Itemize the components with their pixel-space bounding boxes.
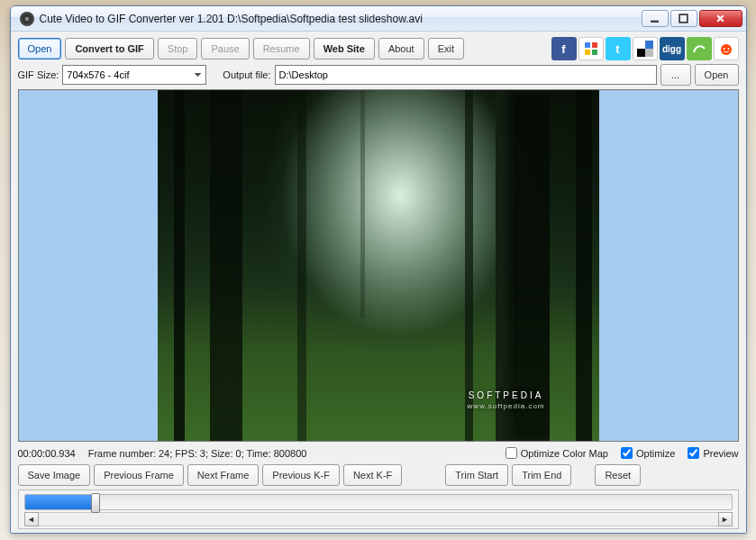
google-icon[interactable]: [578, 37, 604, 60]
titlebar: Cute Video to GIF Converter ver 1.201 D:…: [11, 6, 746, 32]
twitter-icon[interactable]: t: [606, 37, 631, 60]
pause-button[interactable]: Pause: [201, 38, 249, 59]
svg-rect-10: [637, 49, 645, 57]
watermark: SOFTPEDIA www.softpedia.com: [468, 390, 545, 410]
reddit-icon[interactable]: [714, 37, 739, 60]
gif-size-label: GIF Size:: [18, 69, 59, 80]
scroll-right-arrow[interactable]: ►: [718, 512, 733, 526]
scroll-left-arrow[interactable]: ◄: [24, 512, 39, 526]
open-output-button[interactable]: Open: [695, 64, 739, 86]
svg-point-1: [24, 16, 29, 21]
optimize-checkbox[interactable]: Optimize: [621, 447, 675, 459]
timeline-fill: [25, 495, 96, 509]
save-image-button[interactable]: Save Image: [18, 464, 91, 486]
trim-end-button[interactable]: Trim End: [512, 464, 571, 486]
about-button[interactable]: About: [378, 38, 424, 59]
facebook-icon[interactable]: f: [551, 37, 577, 60]
file-bar: GIF Size: 704x576 - 4cif Output file: ..…: [18, 64, 739, 86]
optimize-color-map-input[interactable]: [506, 447, 517, 459]
svg-rect-3: [679, 14, 688, 23]
scroll-track[interactable]: [39, 512, 718, 526]
svg-rect-4: [585, 42, 590, 48]
preview-area: SOFTPEDIA www.softpedia.com: [18, 89, 739, 442]
website-button[interactable]: Web Site: [314, 38, 375, 59]
open-button[interactable]: Open: [18, 38, 62, 59]
preview-input[interactable]: [688, 447, 699, 459]
svg-rect-9: [645, 41, 653, 49]
svg-rect-8: [637, 41, 645, 49]
previous-frame-button[interactable]: Previous Frame: [94, 464, 184, 486]
trim-start-button[interactable]: Trim Start: [445, 464, 508, 486]
window-controls: [642, 10, 742, 27]
svg-point-13: [723, 48, 724, 50]
svg-point-12: [721, 44, 732, 55]
browse-button[interactable]: ...: [660, 64, 691, 86]
frame-controls: Save Image Previous Frame Next Frame Pre…: [18, 464, 739, 486]
timeline-track[interactable]: [24, 494, 733, 510]
timecode: 00:00:00.934: [18, 448, 76, 459]
watermark-text: SOFTPEDIA: [469, 390, 544, 400]
exit-button[interactable]: Exit: [428, 38, 464, 59]
window-title: Cute Video to GIF Converter ver 1.201 D:…: [40, 13, 642, 25]
stumbleupon-icon[interactable]: [687, 37, 712, 60]
social-icons: f t digg: [551, 37, 739, 60]
resume-button[interactable]: Resume: [253, 38, 310, 59]
gif-size-select[interactable]: 704x576 - 4cif: [62, 65, 206, 85]
output-file-label: Output file:: [223, 69, 270, 80]
svg-rect-11: [645, 49, 653, 57]
timeline-area: ◄ ►: [18, 490, 739, 529]
frame-details: Frame number: 24; FPS: 3; Size: 0; Time:…: [88, 448, 307, 459]
app-icon: [20, 12, 34, 26]
minimize-button[interactable]: [642, 10, 669, 27]
convert-to-gif-button[interactable]: Convert to GIF: [65, 38, 153, 59]
close-button[interactable]: [699, 10, 742, 27]
optimize-input[interactable]: [621, 447, 633, 459]
svg-point-14: [727, 48, 729, 50]
digg-icon[interactable]: digg: [660, 37, 685, 60]
main-toolbar: Open Convert to GIF Stop Pause Resume We…: [18, 37, 739, 60]
preview-checkbox[interactable]: Preview: [688, 447, 738, 459]
delicious-icon[interactable]: [633, 37, 658, 60]
output-file-input[interactable]: [275, 65, 657, 85]
maximize-button[interactable]: [670, 10, 697, 27]
svg-rect-2: [651, 21, 659, 23]
optimize-color-map-checkbox[interactable]: Optimize Color Map: [506, 447, 608, 459]
svg-rect-6: [585, 50, 590, 55]
status-row: 00:00:00.934 Frame number: 24; FPS: 3; S…: [18, 445, 739, 461]
client-area: Open Convert to GIF Stop Pause Resume We…: [11, 32, 746, 533]
previous-keyframe-button[interactable]: Previous K-F: [262, 464, 340, 486]
next-frame-button[interactable]: Next Frame: [187, 464, 259, 486]
timeline-thumb[interactable]: [91, 493, 100, 513]
svg-rect-7: [592, 50, 597, 55]
reset-button[interactable]: Reset: [595, 464, 641, 486]
app-window: Cute Video to GIF Converter ver 1.201 D:…: [10, 5, 747, 534]
stop-button[interactable]: Stop: [158, 38, 198, 59]
video-frame: SOFTPEDIA www.softpedia.com: [158, 90, 599, 441]
watermark-subtext: www.softpedia.com: [468, 402, 545, 410]
horizontal-scrollbar: ◄ ►: [24, 512, 733, 526]
next-keyframe-button[interactable]: Next K-F: [343, 464, 402, 486]
svg-rect-5: [592, 42, 597, 48]
